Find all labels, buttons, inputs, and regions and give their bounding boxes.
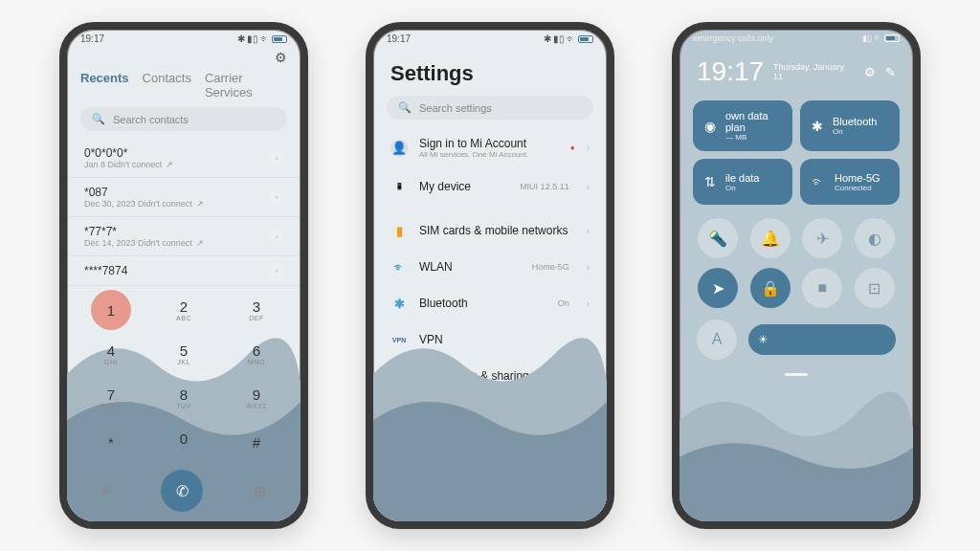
chevron-right-icon[interactable]: › (270, 190, 283, 204)
mi-sub: All Mi services. One Mi Account. (419, 150, 559, 159)
wifi-icon: ᯤ (260, 33, 270, 44)
dialpad-toggle-icon[interactable]: ⊞ (254, 482, 266, 500)
chevron-right-icon: › (587, 262, 590, 273)
key-5[interactable]: 5JKL (149, 334, 218, 374)
bluetooth-icon: ✱ (544, 33, 551, 44)
bluetooth-icon: ✱ (237, 33, 245, 44)
chevron-right-icon: › (587, 335, 590, 345)
wifi-icon: ᯤ (567, 33, 576, 44)
search-input[interactable]: 🔍 Search contacts (80, 107, 287, 131)
phone-icon: ✆ (176, 482, 189, 500)
chevron-right-icon[interactable]: › (270, 151, 283, 165)
settings-row[interactable]: 📱 My device MIUI 12.5.11 › (373, 168, 607, 205)
row-label: Bluetooth (419, 297, 546, 310)
key-1[interactable]: 1 (91, 290, 131, 330)
tab-carrier[interactable]: Carrier Services (205, 71, 287, 99)
qs-toggle[interactable]: ◐ (855, 218, 895, 258)
qs-toggle[interactable]: 🔒 (750, 268, 791, 308)
settings-row[interactable]: ◐ Always-on display & Lock screen › (373, 438, 607, 484)
account-icon: 👤 (390, 140, 408, 157)
page-title: Settings (373, 46, 607, 96)
chevron-right-icon: › (587, 298, 590, 309)
key-2[interactable]: 2ABC (149, 290, 218, 330)
outgoing-icon: ↗ (166, 160, 173, 169)
chevron-right-icon: › (587, 226, 590, 236)
settings-row[interactable]: ✱ Bluetooth On › (373, 285, 607, 321)
qs-toggle[interactable]: ➤ (698, 268, 738, 308)
outgoing-icon: ↗ (196, 238, 204, 248)
call-number: 0*0*0*0* (84, 146, 173, 160)
call-row[interactable]: ****7874 › (67, 256, 301, 286)
row-value: Home-5G (532, 262, 569, 272)
key-8[interactable]: 8TUV (149, 378, 218, 418)
search-input[interactable]: 🔍 Search settings (387, 96, 593, 120)
phone-settings: 19:17 ✱ ▮▯ ᯤ Settings 🔍 Search settings … (366, 22, 614, 529)
key-9[interactable]: 9WXYZ (222, 378, 291, 418)
row-icon: 📱 (390, 178, 408, 195)
font-size-button[interactable]: A (697, 320, 737, 360)
tab-recents[interactable]: Recents (80, 71, 129, 99)
qs-toggle[interactable]: ■ (802, 268, 842, 308)
edit-icon[interactable]: ✎ (885, 65, 896, 79)
row-label: Wallpaper & personalization (419, 413, 575, 427)
chevron-right-icon[interactable]: › (270, 264, 283, 277)
key-0[interactable]: 0+ (149, 422, 218, 462)
row-icon: ▮ (390, 222, 408, 239)
status-time: 19:17 (387, 33, 411, 44)
settings-row[interactable]: ◈ Connection & sharing › (373, 358, 607, 394)
mi-account-row[interactable]: 👤 Sign in to Mi Account All Mi services.… (373, 127, 607, 168)
chevron-right-icon[interactable]: › (270, 230, 283, 243)
drag-handle[interactable] (785, 373, 808, 376)
toggle-icon: 🔦 (708, 230, 727, 248)
key-6[interactable]: 6MNO (222, 334, 291, 374)
toggle-icon: ⊡ (868, 279, 880, 298)
row-label: Connection & sharing (419, 369, 575, 383)
qs-toggle[interactable]: ✈ (802, 218, 842, 258)
call-meta: Jan 8 Didn't connect (84, 160, 162, 169)
settings-icon[interactable]: ⚙ (864, 65, 876, 79)
phone-dialer: 19:17 ✱ ▮▯ ᯤ ⚙ Recents Contacts Carrier … (59, 22, 308, 529)
brightness-row: A ☀ (679, 314, 913, 365)
search-placeholder: Search contacts (113, 114, 189, 125)
mobile-data-icon: ⇅ (704, 174, 716, 189)
key-hash[interactable]: # (222, 422, 291, 462)
qs-toggle[interactable]: ⊡ (855, 268, 895, 308)
tile-wifi[interactable]: ᯤHome-5GConnected (800, 159, 900, 205)
row-icon: VPN (390, 331, 408, 348)
call-row[interactable]: 0*0*0*0*Jan 8 Didn't connect↗ › (67, 139, 301, 178)
call-number: *77*7* (84, 225, 204, 238)
wifi-icon: ᯤ (812, 174, 825, 189)
brightness-slider[interactable]: ☀ (748, 324, 896, 355)
tile-bluetooth[interactable]: ✱BluetoothOn (800, 100, 900, 151)
row-icon: ▦ (390, 411, 408, 429)
key-7[interactable]: 7PQRS (77, 378, 145, 418)
settings-row[interactable]: ▦ Wallpaper & personalization › (373, 402, 607, 438)
call-row[interactable]: *087Dec 30, 2023 Didn't connect↗ › (67, 178, 301, 217)
menu-icon[interactable]: ≡ (101, 482, 110, 499)
qs-toggle[interactable]: 🔦 (698, 218, 738, 258)
row-value: On (558, 298, 569, 308)
call-row[interactable]: *77*7*Dec 14, 2023 Didn't connect↗ › (67, 217, 301, 256)
row-label: SIM cards & mobile networks (419, 224, 575, 237)
settings-row[interactable]: VPN VPN › (373, 321, 607, 358)
settings-row[interactable]: ▮ SIM cards & mobile networks › (373, 212, 607, 249)
toggle-icon: ◐ (868, 230, 881, 248)
chevron-right-icon: › (587, 371, 590, 382)
call-button[interactable]: ✆ (161, 470, 203, 512)
gear-icon[interactable]: ⚙ (275, 50, 287, 65)
chevron-right-icon: › (587, 143, 590, 153)
tile-data-plan[interactable]: ◉own data plan— MB (693, 100, 792, 151)
toggle-icon: ✈ (816, 230, 829, 248)
data-icon: ◉ (704, 119, 716, 134)
chevron-right-icon: › (587, 415, 590, 426)
tab-contacts[interactable]: Contacts (143, 71, 191, 99)
key-4[interactable]: 4GHI (77, 334, 145, 374)
status-icons: ✱ ▮▯ ᯤ (544, 33, 593, 44)
toggle-icon: 🔔 (761, 230, 780, 248)
settings-row[interactable]: ᯤ WLAN Home-5G › (373, 249, 607, 285)
qs-toggle[interactable]: 🔔 (750, 218, 791, 258)
tile-mobile-data[interactable]: ⇅ile dataOn (693, 159, 792, 205)
toggle-icon: ➤ (712, 279, 724, 298)
key-3[interactable]: 3DEF (222, 290, 291, 330)
key-star[interactable]: * (77, 422, 145, 462)
